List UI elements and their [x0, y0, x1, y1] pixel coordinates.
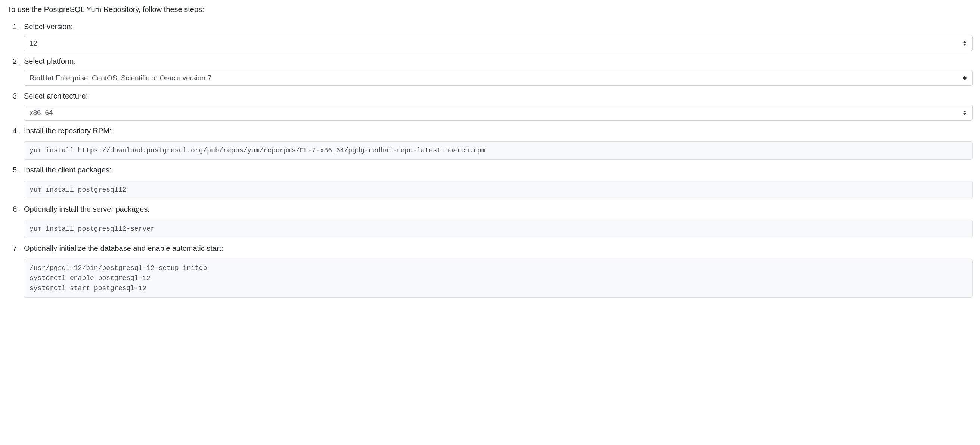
step-label: Install the repository RPM:	[24, 125, 972, 136]
platform-select[interactable]: RedHat Enterprise, CentOS, Scientific or…	[24, 70, 972, 86]
code-block-client: yum install postgresql12	[24, 181, 972, 199]
step-label: Optionally initialize the database and e…	[24, 243, 972, 254]
architecture-select[interactable]: x86_64	[24, 105, 972, 121]
step-select-platform: Select platform: RedHat Enterprise, Cent…	[24, 56, 972, 86]
code-block-repo-rpm: yum install https://download.postgresql.…	[24, 141, 972, 160]
platform-select-wrapper: RedHat Enterprise, CentOS, Scientific or…	[24, 70, 972, 86]
code-block-server: yum install postgresql12-server	[24, 220, 972, 238]
step-select-architecture: Select architecture: x86_64	[24, 91, 972, 121]
step-label: Select version:	[24, 21, 972, 32]
step-install-repo-rpm: Install the repository RPM: yum install …	[24, 125, 972, 160]
step-label: Optionally install the server packages:	[24, 203, 972, 215]
step-install-client: Install the client packages: yum install…	[24, 164, 972, 199]
step-initdb: Optionally initialize the database and e…	[24, 243, 972, 297]
intro-text: To use the PostgreSQL Yum Repository, fo…	[8, 4, 972, 15]
step-label: Install the client packages:	[24, 164, 972, 175]
step-select-version: Select version: 12	[24, 21, 972, 51]
step-label: Select architecture:	[24, 91, 972, 102]
step-install-server: Optionally install the server packages: …	[24, 203, 972, 238]
architecture-select-wrapper: x86_64	[24, 105, 972, 121]
version-select[interactable]: 12	[24, 35, 972, 51]
step-label: Select platform:	[24, 56, 972, 67]
version-select-wrapper: 12	[24, 35, 972, 51]
steps-list: Select version: 12 Select platform: RedH…	[8, 21, 972, 297]
code-block-initdb: /usr/pgsql-12/bin/postgresql-12-setup in…	[24, 259, 972, 297]
